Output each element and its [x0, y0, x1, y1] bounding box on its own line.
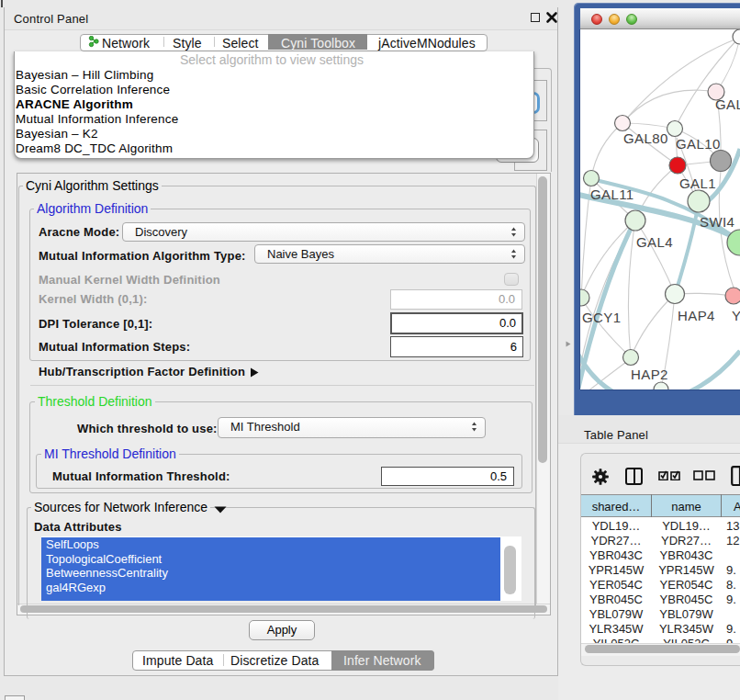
- svg-text:HAP2: HAP2: [631, 367, 668, 382]
- svg-text:GAL4: GAL4: [636, 234, 673, 250]
- svg-text:GAL80: GAL80: [623, 130, 668, 146]
- svg-text:SWI4: SWI4: [700, 214, 734, 230]
- svg-text:GAL11: GAL11: [590, 186, 634, 202]
- svg-text:YB: YB: [732, 308, 740, 323]
- svg-text:GCY1: GCY1: [582, 310, 621, 325]
- svg-text:GAL10: GAL10: [676, 136, 721, 152]
- svg-text:HAP4: HAP4: [678, 308, 715, 323]
- svg-text:GAL2: GAL2: [715, 96, 740, 112]
- svg-text:GAL1: GAL1: [679, 175, 716, 191]
